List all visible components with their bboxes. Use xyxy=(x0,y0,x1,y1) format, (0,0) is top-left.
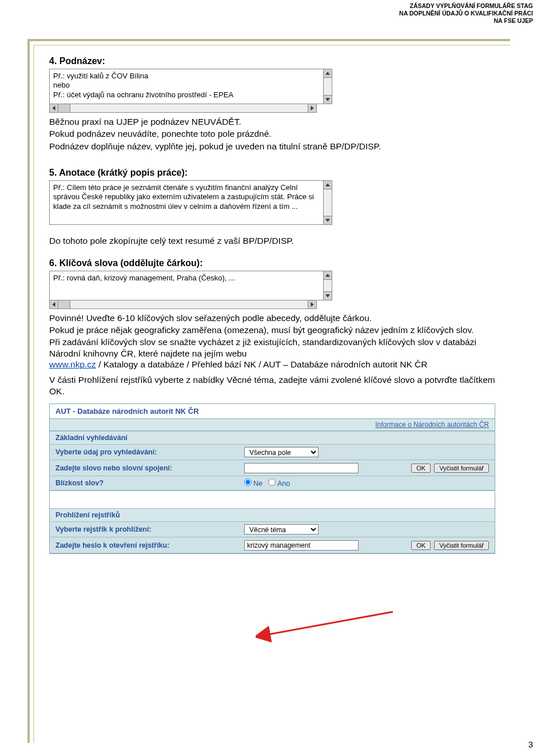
scroll-up-icon[interactable] xyxy=(324,69,332,78)
header: ZÁSADY VYPLŇOVÁNÍ FORMULÁŘE STAG NA DOPL… xyxy=(399,2,533,25)
scroll-track[interactable] xyxy=(324,280,332,291)
aut-section-index: Prohlížení rejstříků xyxy=(50,508,495,522)
aut-word-input[interactable] xyxy=(244,463,359,473)
section4-para2: Pokud podnázev neuvádíte, ponechte toto … xyxy=(49,128,495,139)
aut-clear-button-2[interactable]: Vyčistit formulář xyxy=(434,541,489,550)
aut-index-select[interactable]: Věcné téma xyxy=(244,524,319,535)
scroll-right-icon[interactable] xyxy=(308,104,316,112)
scroll-down-icon[interactable] xyxy=(324,291,332,300)
section6-title: 6. Klíčová slova (oddělujte čárkou): xyxy=(49,258,495,268)
aut-ok-button-1[interactable]: OK xyxy=(411,464,431,473)
aut-panel: AUT - Databáze národních autorit NK ČR I… xyxy=(49,403,495,554)
aut-clear-button-1[interactable]: Vyčistit formulář xyxy=(434,464,489,473)
aut-row-word: Zadejte slovo nebo slovní spojení: OK Vy… xyxy=(50,460,495,476)
aut-row3-label: Blízkost slov? xyxy=(55,479,244,487)
section4-para3: Podnázev doplňuje název, vyplňte jej, po… xyxy=(49,141,495,152)
section5-textbox[interactable]: Př.: Cílem této práce je seznámit čtenář… xyxy=(49,180,324,225)
header-line1: ZÁSADY VYPLŇOVÁNÍ FORMULÁŘE STAG xyxy=(399,2,533,10)
scroll-track[interactable] xyxy=(58,300,308,308)
svg-line-0 xyxy=(267,612,393,635)
aut-radio-ne[interactable] xyxy=(244,478,252,486)
aut-info-link[interactable]: Informace o Národních autoritách ČR xyxy=(375,421,489,429)
annotation-arrow-icon xyxy=(256,606,404,646)
aut-row-index: Vyberte rejstřík k prohlížení: Věcné tém… xyxy=(50,522,495,537)
section4-vscroll[interactable] xyxy=(324,69,332,104)
aut-term-input[interactable] xyxy=(244,540,359,551)
scroll-left-icon[interactable] xyxy=(50,104,58,112)
aut-radio-ano-label[interactable]: Ano xyxy=(268,478,290,488)
section5-para1: Do tohoto pole zkopírujte celý text resu… xyxy=(49,235,495,246)
section4-textbox[interactable]: Př.: využití kalů z ČOV Bílina nebo Př.:… xyxy=(49,69,324,104)
section4-hscroll[interactable] xyxy=(49,104,317,113)
aut-field-select[interactable]: Všechna pole xyxy=(244,447,319,457)
section5-vscroll[interactable] xyxy=(324,180,332,225)
main-frame: 4. Podnázev: Př.: využití kalů z ČOV Bíl… xyxy=(27,39,510,743)
scroll-thumb[interactable] xyxy=(58,300,70,308)
aut-spacer xyxy=(50,490,495,508)
section6-para2: Pokud je práce nějak geograficky zaměřen… xyxy=(49,324,495,335)
section6-textbox-wrap: Př.: rovná daň, krizový management, Prah… xyxy=(49,271,495,300)
aut-row-field: Vyberte údaj pro vyhledávání: Všechna po… xyxy=(50,445,495,460)
scroll-track[interactable] xyxy=(58,104,308,112)
aut-row-proximity: Blízkost slov? Ne Ano xyxy=(50,476,495,490)
section6-para1: Povinné! Uveďte 6-10 klíčových slov seřa… xyxy=(49,312,495,323)
page-number: 3 xyxy=(528,739,533,749)
section6-para3: Při zadávání klíčových slov se snažte vy… xyxy=(49,337,495,370)
aut-row1-label: Vyberte údaj pro vyhledávání: xyxy=(55,448,244,456)
aut-radio-ne-label[interactable]: Ne xyxy=(244,478,262,488)
nkp-link[interactable]: www.nkp.cz xyxy=(49,359,96,369)
section4-textbox-wrap: Př.: využití kalů z ČOV Bílina nebo Př.:… xyxy=(49,69,495,104)
section4-para1: Běžnou praxí na UJEP je podnázev NEUVÁDĚ… xyxy=(49,116,495,127)
section5-textbox-wrap: Př.: Cílem této práce je seznámit čtenář… xyxy=(49,180,495,225)
aut-row5-label: Zadejte heslo k otevření rejstříku: xyxy=(55,541,244,549)
header-line3: NA FSE UJEP xyxy=(399,17,533,25)
aut-row4-label: Vyberte rejstřík k prohlížení: xyxy=(55,525,244,533)
scroll-thumb[interactable] xyxy=(58,104,70,112)
section6-vscroll[interactable] xyxy=(324,271,332,300)
aut-radio-ano[interactable] xyxy=(268,478,276,486)
aut-ok-button-2[interactable]: OK xyxy=(411,541,431,550)
scroll-up-icon[interactable] xyxy=(324,181,332,189)
scroll-up-icon[interactable] xyxy=(324,271,332,280)
scroll-down-icon[interactable] xyxy=(324,216,332,224)
scroll-right-icon[interactable] xyxy=(308,300,316,308)
scroll-track[interactable] xyxy=(324,78,332,95)
header-line2: NA DOPLNĚNÍ ÚDAJŮ O KVALIFIKAČNÍ PRÁCI xyxy=(399,10,533,17)
aut-row2-label: Zadejte slovo nebo slovní spojení: xyxy=(55,464,244,472)
aut-row-term: Zadejte heslo k otevření rejstříku: OK V… xyxy=(50,537,495,553)
section5-title: 5. Anotace (krátký popis práce): xyxy=(49,168,495,178)
aut-title: AUT - Databáze národních autorit NK ČR xyxy=(50,404,495,419)
section6-para3a: Při zadávání klíčových slov se snažte vy… xyxy=(49,337,476,358)
section6-para4: V části Prohlížení rejstříků vyberte z n… xyxy=(49,374,495,397)
section4-title: 4. Podnázev: xyxy=(49,56,495,66)
section6-textbox[interactable]: Př.: rovná daň, krizový management, Prah… xyxy=(49,271,324,300)
scroll-left-icon[interactable] xyxy=(50,300,58,308)
scroll-down-icon[interactable] xyxy=(324,95,332,104)
aut-toprow: Informace o Národních autoritách ČR xyxy=(50,419,495,431)
scroll-track[interactable] xyxy=(324,189,332,216)
aut-section-basic: Základní vyhledávání xyxy=(50,431,495,445)
section6-hscroll[interactable] xyxy=(49,300,317,309)
section6-para3b: / Katalogy a databáze / Přehled bází NK … xyxy=(96,359,428,369)
